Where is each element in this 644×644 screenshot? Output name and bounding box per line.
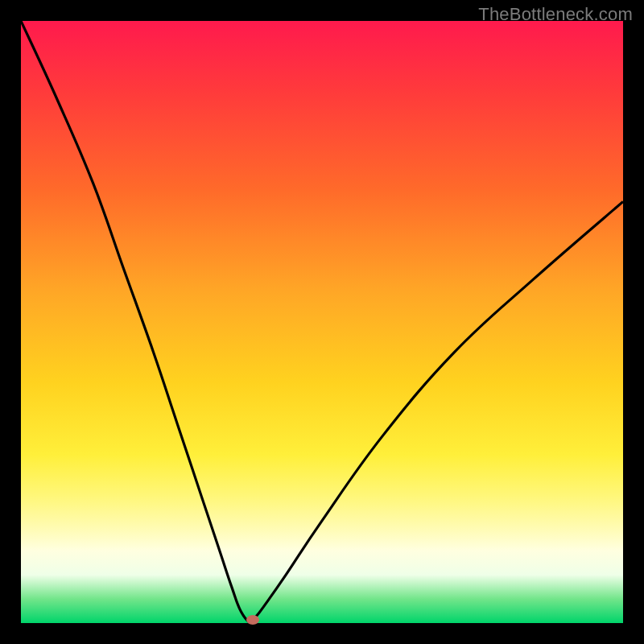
chart-container: TheBottleneck.com: [0, 0, 644, 644]
chart-plot: [21, 21, 623, 623]
chart-curve: [21, 21, 623, 623]
chart-curve-path: [21, 21, 623, 623]
watermark-text: TheBottleneck.com: [478, 4, 633, 25]
chart-marker: [246, 615, 259, 625]
